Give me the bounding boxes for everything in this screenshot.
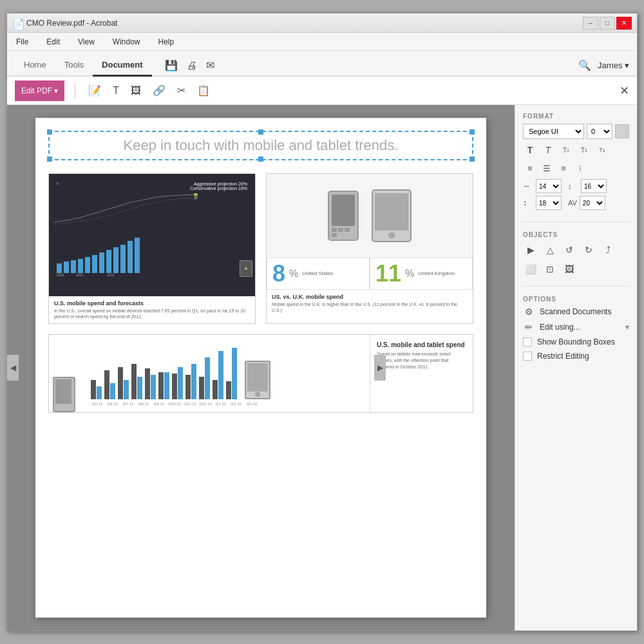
- font-family-select[interactable]: Segoe UI: [523, 124, 584, 139]
- group-5: [145, 368, 156, 399]
- triangle-icon[interactable]: △: [542, 242, 558, 258]
- rotate-cw-icon[interactable]: ↻: [581, 242, 596, 258]
- handle-tl[interactable]: [47, 129, 52, 135]
- tab-home[interactable]: Home: [15, 55, 55, 77]
- add-text-icon[interactable]: 📝: [86, 82, 104, 99]
- search-icon[interactable]: 🔍: [578, 59, 591, 71]
- group-7: [172, 367, 183, 399]
- align-objects-icon[interactable]: ⬜: [523, 261, 538, 277]
- play-icon[interactable]: ▶: [523, 242, 538, 258]
- paragraph-spacing-select[interactable]: 16: [581, 179, 607, 193]
- toolbar-separator: [75, 83, 75, 99]
- group-3: [118, 367, 129, 399]
- replace-image-icon[interactable]: 🖼: [562, 261, 577, 277]
- menu-window[interactable]: Window: [109, 35, 144, 48]
- title-text-box[interactable]: Keep in touch with mobile and tablet tre…: [48, 131, 473, 160]
- show-bounding-row[interactable]: Show Bounding Boxes: [523, 337, 629, 346]
- left-chart-box: 0 Aggressive projection 20% Conservative…: [48, 173, 256, 324]
- bottom-chart: Q5.11 Q6.11 Q7.11 Q8.11 Q9.11 Q10.11 Q11…: [48, 334, 473, 413]
- minimize-button[interactable]: –: [583, 17, 598, 30]
- devices-area: [267, 174, 473, 258]
- scroll-right-arrow[interactable]: ▶: [374, 355, 386, 381]
- pencil-icon: ✏: [523, 322, 535, 332]
- crop-icon[interactable]: ✂: [175, 82, 188, 99]
- subscript-icon[interactable]: T1: [577, 143, 591, 157]
- bx-q1: Q1.12: [214, 402, 227, 406]
- line-spacing-select[interactable]: 14: [536, 179, 562, 193]
- svg-point-1: [194, 196, 198, 200]
- edit-pdf-button[interactable]: Edit PDF ▾: [15, 80, 64, 101]
- handle-bm[interactable]: [258, 156, 263, 162]
- save-icon[interactable]: 💾: [165, 59, 178, 71]
- restrict-editing-row[interactable]: Restrict Editing: [523, 352, 629, 361]
- header-icon[interactable]: 📋: [194, 82, 213, 99]
- char-spacing-select[interactable]: 18: [536, 196, 562, 210]
- bottom-chart-bars: Q5.11 Q6.11 Q7.11 Q8.11 Q9.11 Q10.11 Q11…: [84, 335, 370, 412]
- link-icon[interactable]: 🔗: [150, 82, 168, 99]
- scroll-left-arrow[interactable]: ◀: [7, 355, 19, 381]
- image-icon[interactable]: 🖼: [128, 82, 144, 99]
- bottom-chart-title: U.S. mobile and tablet spend: [377, 341, 466, 348]
- print-icon[interactable]: 🖨: [187, 60, 197, 71]
- bottom-x-labels: Q5.11 Q6.11 Q7.11 Q8.11 Q9.11 Q10.11 Q11…: [91, 402, 363, 406]
- align-right-icon[interactable]: ≡: [556, 161, 571, 175]
- font-size-select[interactable]: 0: [587, 124, 612, 139]
- menu-edit[interactable]: Edit: [43, 35, 64, 48]
- user-menu[interactable]: James ▾: [598, 61, 629, 70]
- dark-chart: 0 Aggressive projection 20% Conservative…: [49, 174, 255, 296]
- scanned-docs-row[interactable]: ⚙ Scanned Documents: [523, 307, 629, 317]
- small-caps-icon[interactable]: T₁: [595, 143, 609, 157]
- email-icon[interactable]: ✉: [206, 59, 214, 71]
- bar-blue-10: [218, 351, 223, 399]
- tab-tools[interactable]: Tools: [55, 55, 93, 77]
- restrict-editing-label: Restrict Editing: [537, 352, 589, 361]
- bring-forward-icon[interactable]: ⤴: [600, 242, 616, 258]
- text-icon[interactable]: T: [110, 82, 122, 99]
- handle-br[interactable]: [469, 156, 475, 162]
- menu-help[interactable]: Help: [155, 35, 178, 48]
- menu-file[interactable]: File: [12, 35, 32, 48]
- app-icon: 📄: [12, 18, 23, 28]
- grouped-bars-area: [91, 341, 363, 399]
- handle-bl[interactable]: [47, 156, 52, 162]
- bx-q10: Q10.11: [168, 402, 181, 406]
- toolbar-close-button[interactable]: ✕: [620, 84, 629, 98]
- align-left-icon[interactable]: ≡: [523, 161, 537, 175]
- edit-using-row[interactable]: ✏ Edit using... ▾: [523, 322, 629, 332]
- group-10: [213, 351, 223, 399]
- stat-us-number: 8: [272, 262, 285, 285]
- tab-document[interactable]: Document: [93, 55, 152, 77]
- bar-chart-area: [54, 228, 250, 273]
- restrict-editing-checkbox[interactable]: [523, 352, 532, 361]
- color-swatch[interactable]: [615, 124, 629, 138]
- right-chart-title: US. vs. U.K. mobile spend: [272, 294, 468, 300]
- options-section: OPTIONS ⚙ Scanned Documents ✏ Edit using…: [523, 296, 629, 366]
- bar-dark-3: [118, 367, 123, 399]
- toolbar: Edit PDF ▾ 📝 T 🖼 🔗 ✂ 📋 ✕: [7, 77, 637, 105]
- handle-tr[interactable]: [469, 129, 475, 135]
- bottom-tablet-icon: [245, 361, 270, 399]
- word-spacing-select[interactable]: 20: [580, 196, 605, 210]
- title-bar: 📄 CMO Review.pdf - Acrobat – □ ✕: [7, 14, 637, 33]
- bar-10: [120, 245, 126, 273]
- close-button[interactable]: ✕: [616, 17, 632, 30]
- italic-icon[interactable]: T: [541, 143, 555, 157]
- menu-view[interactable]: View: [74, 35, 99, 48]
- show-bounding-checkbox[interactable]: [523, 337, 532, 346]
- superscript-icon[interactable]: T1: [559, 143, 573, 157]
- divider-2: [523, 286, 629, 287]
- handle-tm[interactable]: [258, 129, 263, 135]
- align-justify-icon[interactable]: ⁝: [573, 161, 587, 175]
- align-center-icon[interactable]: ☰: [540, 161, 554, 175]
- crop-image-icon[interactable]: ⊡: [542, 261, 558, 277]
- x-label-2012: 2012: [98, 273, 124, 277]
- phone-device-icon: [328, 191, 359, 241]
- bar-blue-7: [178, 367, 183, 399]
- maximize-button[interactable]: □: [600, 17, 615, 30]
- indent-label: ↔: [523, 182, 533, 191]
- rotate-ccw-icon[interactable]: ↺: [562, 242, 577, 258]
- bar-3: [71, 260, 76, 273]
- bold-icon[interactable]: T: [523, 143, 537, 157]
- stat-box-uk: 11 % United Kingdom: [370, 258, 473, 290]
- bar-blue-2: [110, 383, 115, 399]
